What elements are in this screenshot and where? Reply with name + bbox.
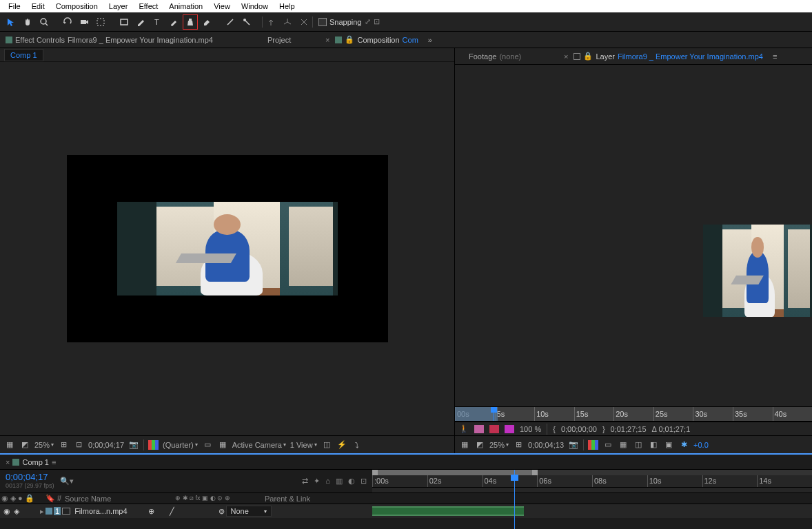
current-timecode[interactable]: 0;00;04;17 (6, 473, 54, 482)
current-time-indicator[interactable] (514, 470, 515, 529)
hand-tool-icon[interactable] (20, 14, 35, 30)
out-time[interactable]: 0;01;27;15 (611, 425, 647, 433)
brush-tool-icon[interactable] (166, 14, 181, 30)
alpha-icon[interactable]: ▦ (459, 439, 470, 450)
channel-icon[interactable] (588, 440, 598, 450)
graph-editor-icon[interactable]: ⊡ (361, 477, 367, 486)
region-end-button[interactable] (489, 425, 499, 433)
type-tool-icon[interactable]: T (150, 14, 165, 30)
menu-window[interactable]: Window (236, 2, 274, 10)
mask-icon[interactable]: ◩ (474, 439, 485, 450)
alpha-icon[interactable]: ▦ (4, 439, 15, 450)
resolution-dropdown[interactable]: (Quarter)▾ (163, 441, 198, 449)
menu-file[interactable]: File (3, 2, 26, 10)
layer-name[interactable]: Filmora...n.mp4 (74, 507, 127, 515)
pixel-aspect-icon[interactable]: ◫ (321, 439, 332, 450)
resolution-icon[interactable]: ⊞ (58, 439, 69, 450)
lock-icon[interactable]: 🔒 (583, 52, 593, 61)
fast-preview-icon[interactable]: ⚡ (336, 439, 347, 450)
view-axis-icon[interactable] (296, 14, 312, 30)
menu-edit[interactable]: Edit (26, 2, 50, 10)
region-color-swatch[interactable] (505, 425, 514, 433)
frame-blend-icon[interactable]: ▥ (336, 477, 343, 486)
mask-icon[interactable]: ◩ (19, 439, 30, 450)
opt1-icon[interactable]: ◫ (633, 439, 644, 450)
opt2-icon[interactable]: ◧ (648, 439, 659, 450)
tab-effect-controls[interactable]: Effect Controls Filmora9 _ Empower Your … (0, 32, 262, 48)
roi-icon[interactable]: ▭ (602, 439, 613, 450)
snapping-opt1-icon[interactable]: ⤢ (365, 17, 371, 26)
shy-icon[interactable]: ⌂ (325, 477, 330, 486)
tab-footage[interactable]: Footage (none) (455, 48, 558, 64)
walk-icon[interactable]: 🚶 (459, 424, 469, 433)
zoom-dropdown[interactable]: 25%▾ (34, 441, 54, 449)
zoom-tool-icon[interactable] (37, 14, 52, 30)
layer-time[interactable]: 0;00;04;13 (528, 441, 564, 449)
snapping-opt2-icon[interactable]: ⊡ (374, 17, 380, 26)
lock-icon[interactable]: 🔒 (345, 35, 354, 44)
twirl-icon[interactable]: ▸ (40, 507, 44, 516)
panel-overflow-icon[interactable]: » (424, 36, 436, 44)
snapping-toggle[interactable]: Snapping ⤢ ⊡ (318, 17, 380, 26)
menu-help[interactable]: Help (274, 2, 301, 10)
clone-stamp-tool-icon[interactable] (183, 14, 198, 30)
in-bracket-icon[interactable]: { (553, 425, 556, 433)
layer-mini-timeline[interactable]: 00s 5s 10s 15s 20s 25s 30s 35s 40s (455, 406, 812, 422)
resolution-icon[interactable]: ⊞ (513, 439, 524, 450)
snapping-checkbox-icon[interactable] (318, 18, 327, 26)
timeline-tab-comp1[interactable]: × Comp 1 ≡ (0, 457, 61, 468)
composition-viewer[interactable] (0, 62, 454, 435)
transparency-grid-icon[interactable]: ▦ (618, 439, 629, 450)
layer-viewer[interactable] (455, 65, 812, 406)
menu-view[interactable]: View (208, 2, 236, 10)
time-navigator[interactable] (372, 470, 812, 475)
switch-icon[interactable]: ⊕ (148, 507, 154, 516)
tab-composition-link[interactable]: Com (403, 36, 418, 44)
layer-in-out-bar[interactable] (372, 508, 524, 515)
orbit-tool-icon[interactable] (60, 14, 75, 30)
channel-icon[interactable] (148, 440, 159, 450)
transparency-grid-icon[interactable]: ▦ (217, 439, 228, 450)
tab-composition[interactable]: × 🔒 Composition Com (320, 32, 424, 48)
subtab-comp1[interactable]: Comp 1 (4, 49, 43, 61)
menu-effect[interactable]: Effect (133, 2, 163, 10)
layer-bar-track[interactable] (372, 504, 812, 518)
video-toggle-icon[interactable]: ◉ (3, 507, 11, 516)
selection-tool-icon[interactable] (3, 14, 19, 30)
roi-icon[interactable]: ▭ (202, 439, 213, 450)
grid-icon[interactable]: ⊡ (73, 439, 84, 450)
current-time-indicator[interactable] (494, 407, 494, 421)
world-axis-icon[interactable] (280, 14, 295, 30)
opt3-icon[interactable]: ▣ (663, 439, 674, 450)
tab-layer[interactable]: × 🔒 Layer Filmora9 _ Empower Your Imagin… (558, 48, 769, 64)
menu-composition[interactable]: Composition (50, 2, 103, 10)
panel-menu-icon[interactable]: ≡ (769, 52, 781, 61)
in-time[interactable]: 0;00;00;00 (561, 425, 597, 433)
layer-color-swatch[interactable] (45, 508, 52, 515)
rectangle-tool-icon[interactable] (116, 14, 132, 30)
audio-toggle-icon[interactable]: ◈ (12, 507, 21, 516)
local-axis-icon[interactable] (263, 14, 278, 30)
roto-brush-tool-icon[interactable] (223, 14, 238, 30)
tab-project[interactable]: Project (262, 32, 320, 48)
switch-icon[interactable]: ╱ (170, 507, 174, 516)
out-bracket-icon[interactable]: } (602, 425, 605, 433)
snapshot-icon[interactable]: 📷 (128, 439, 139, 450)
exposure-icon[interactable]: ✱ (678, 439, 689, 450)
region-start-button[interactable] (474, 425, 484, 433)
label-column-header[interactable]: 🔖 # (44, 494, 63, 503)
composition-flowchart-icon[interactable]: ⇄ (302, 477, 308, 486)
pan-behind-tool-icon[interactable] (93, 14, 108, 30)
timeline-icon[interactable]: ⤵ (352, 439, 363, 450)
parent-pickwhip-icon[interactable]: ⊚ (219, 507, 225, 516)
close-icon[interactable]: × (325, 36, 329, 44)
timecode-display[interactable]: 0;00;04;17 00137 (29.97 fps) (6, 473, 54, 489)
zoom-dropdown[interactable]: 25%▾ (489, 441, 509, 449)
source-name-header[interactable]: Source Name (63, 495, 174, 503)
layer-search[interactable]: 🔍▾ (60, 477, 176, 486)
timeline-ruler-area[interactable]: :00s 02s 04s 06s 08s 10s 12s 14s (372, 470, 812, 492)
camera-tool-icon[interactable] (77, 14, 92, 30)
draft3d-icon[interactable]: ✦ (314, 477, 320, 486)
timeline-ruler[interactable]: :00s 02s 04s 06s 08s 10s 12s 14s (372, 475, 812, 488)
puppet-tool-icon[interactable] (239, 14, 254, 30)
